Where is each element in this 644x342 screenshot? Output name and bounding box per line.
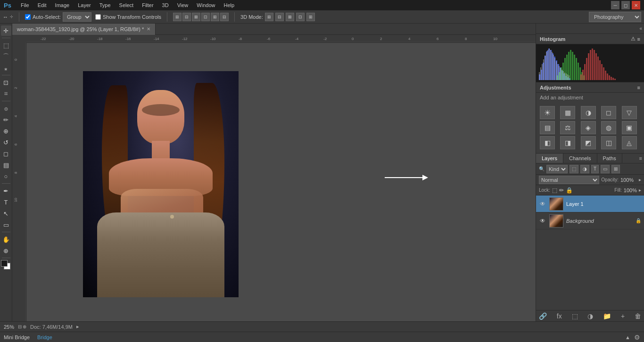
layer-item-background[interactable]: 👁 Background 🔒	[536, 212, 644, 229]
adj-threshold[interactable]: ◫	[601, 136, 616, 149]
brush-tool[interactable]: ✏	[1, 114, 11, 125]
adj-posterize[interactable]: ◩	[581, 136, 596, 149]
opacity-arrow[interactable]: ▸	[639, 177, 641, 182]
3d-mode-icon2[interactable]: ⊟	[275, 13, 284, 21]
tab-layers[interactable]: Layers	[536, 154, 563, 163]
eyedropper-tool[interactable]: ⌗	[1, 89, 11, 99]
adj-bw[interactable]: ◈	[581, 121, 596, 134]
menu-type[interactable]: Type	[96, 1, 115, 9]
path-select-tool[interactable]: ↖	[1, 208, 11, 219]
lock-position-icon[interactable]: ✏	[559, 187, 564, 194]
crop-tool[interactable]: ⊡	[1, 77, 11, 88]
adj-gradient-map[interactable]: ◬	[622, 136, 637, 149]
collapse-arrows-icon[interactable]: «	[639, 26, 642, 31]
new-group-btn[interactable]: 📁	[603, 312, 611, 320]
filter-shape-btn[interactable]: ▭	[601, 165, 610, 173]
delete-layer-btn[interactable]: 🗑	[635, 312, 641, 320]
menu-edit[interactable]: Edit	[34, 1, 50, 9]
zoom-in-icon[interactable]: ⊕	[23, 324, 26, 329]
heal-brush-tool[interactable]: ⌾	[1, 103, 11, 114]
clone-stamp-tool[interactable]: ⊕	[1, 126, 11, 136]
move-tool[interactable]: ✛	[1, 25, 11, 36]
menu-layer[interactable]: Layer	[74, 1, 95, 9]
align-top-icon[interactable]: ⊡	[201, 13, 210, 21]
marquee-tool[interactable]: ⬚	[1, 40, 11, 50]
3d-mode-icon1[interactable]: ⊞	[265, 13, 273, 21]
add-mask-btn[interactable]: ⬚	[572, 312, 578, 320]
adj-photofilter[interactable]: ◍	[601, 121, 616, 134]
filter-smart-btn[interactable]: ⊞	[611, 165, 620, 173]
history-brush-tool[interactable]: ↺	[1, 137, 11, 147]
adj-brightness[interactable]: ☀	[540, 106, 555, 119]
zoom-value[interactable]: 25%	[4, 324, 14, 330]
adjustments-menu-icon[interactable]: ≡	[637, 85, 640, 90]
lock-all-icon[interactable]: 🔒	[566, 187, 573, 194]
kind-filter-select[interactable]: Kind	[546, 165, 568, 173]
adj-curves[interactable]: ◑	[581, 106, 596, 119]
3d-mode-icon4[interactable]: ⊡	[296, 13, 305, 21]
filter-adj-btn[interactable]: ◑	[580, 165, 589, 173]
zoom-out-icon[interactable]: ⊟	[18, 324, 22, 329]
lock-pixels-icon[interactable]: ⬚	[552, 187, 557, 194]
zoom-tool[interactable]: ⊕	[1, 245, 11, 256]
adj-vibrance[interactable]: ▽	[622, 106, 637, 119]
align-center-icon[interactable]: ⊟	[182, 13, 191, 21]
align-left-icon[interactable]: ⊞	[173, 13, 182, 21]
3d-mode-icon3[interactable]: ⊠	[286, 13, 294, 21]
align-middle-icon[interactable]: ⊞	[211, 13, 219, 21]
status-arrow[interactable]: ▸	[76, 324, 79, 330]
adj-colorbalance[interactable]: ⚖	[560, 121, 575, 134]
restore-button[interactable]: ◻	[621, 1, 630, 9]
adj-channelmixer[interactable]: ▣	[622, 121, 637, 134]
menu-filter[interactable]: Filter	[138, 1, 157, 9]
dodge-tool[interactable]: ○	[1, 171, 11, 181]
layer1-visibility-icon[interactable]: 👁	[539, 201, 546, 207]
adj-levels[interactable]: ▦	[560, 106, 575, 119]
minimize-button[interactable]: ─	[611, 1, 619, 9]
close-button[interactable]: ✕	[632, 1, 640, 9]
opacity-value[interactable]: 100%	[620, 177, 637, 183]
magic-wand-tool[interactable]: ⁎	[1, 63, 11, 73]
link-layers-btn[interactable]: 🔗	[539, 312, 547, 320]
tab-paths[interactable]: Paths	[597, 154, 622, 163]
pen-tool[interactable]: ✒	[1, 186, 11, 196]
histogram-menu-icon[interactable]: ≡	[637, 36, 640, 42]
adj-colorlookup[interactable]: ◧	[540, 136, 555, 149]
menu-file[interactable]: File	[17, 1, 33, 9]
background-visibility-icon[interactable]: 👁	[539, 218, 546, 224]
menu-window[interactable]: Window	[193, 1, 219, 9]
add-style-btn[interactable]: fx	[557, 312, 562, 320]
menu-3d[interactable]: 3D	[158, 1, 173, 9]
bridge-label[interactable]: Bridge	[37, 334, 52, 340]
workspace-select[interactable]: Photography Painting Essentials 3D	[589, 12, 641, 22]
filter-pixel-btn[interactable]: ⬚	[570, 165, 578, 173]
doc-tab-close[interactable]: ✕	[147, 26, 150, 32]
menu-view[interactable]: View	[173, 1, 192, 9]
shape-tool[interactable]: ▭	[1, 220, 11, 230]
menu-select[interactable]: Select	[116, 1, 138, 9]
align-right-icon[interactable]: ⊠	[192, 13, 200, 21]
hand-tool[interactable]: ✋	[1, 234, 11, 244]
blend-mode-select[interactable]: Normal Multiply Screen Overlay	[539, 176, 599, 184]
new-layer-btn[interactable]: +	[621, 312, 625, 320]
lasso-tool[interactable]: ⌒	[1, 51, 11, 62]
foreground-color[interactable]	[1, 260, 8, 267]
fill-arrow[interactable]: ▸	[639, 187, 641, 193]
menu-help[interactable]: Help	[220, 1, 238, 9]
group-select[interactable]: Group Layer	[63, 12, 91, 22]
menu-image[interactable]: Image	[51, 1, 74, 9]
mini-bridge-close-icon[interactable]: ⚙	[634, 334, 640, 341]
canvas-scroll[interactable]	[26, 43, 536, 321]
adj-invert[interactable]: ◨	[560, 136, 575, 149]
mini-bridge-expand-icon[interactable]: ▲	[625, 334, 630, 340]
auto-select-checkbox[interactable]	[25, 14, 31, 20]
3d-mode-icon5[interactable]: ⊞	[306, 13, 315, 21]
transform-checkbox[interactable]	[95, 14, 101, 20]
new-adjustment-btn[interactable]: ◑	[587, 312, 593, 320]
adj-exposure[interactable]: ◻	[601, 106, 616, 119]
tab-channels[interactable]: Channels	[563, 154, 597, 163]
layer-item-layer1[interactable]: 👁 Layer 1	[536, 195, 644, 212]
text-tool[interactable]: T	[1, 197, 11, 207]
document-tab[interactable]: woman-3584435_1920.jpg @ 25% (Layer 1, R…	[12, 24, 156, 35]
filter-text-btn[interactable]: T	[591, 165, 599, 173]
